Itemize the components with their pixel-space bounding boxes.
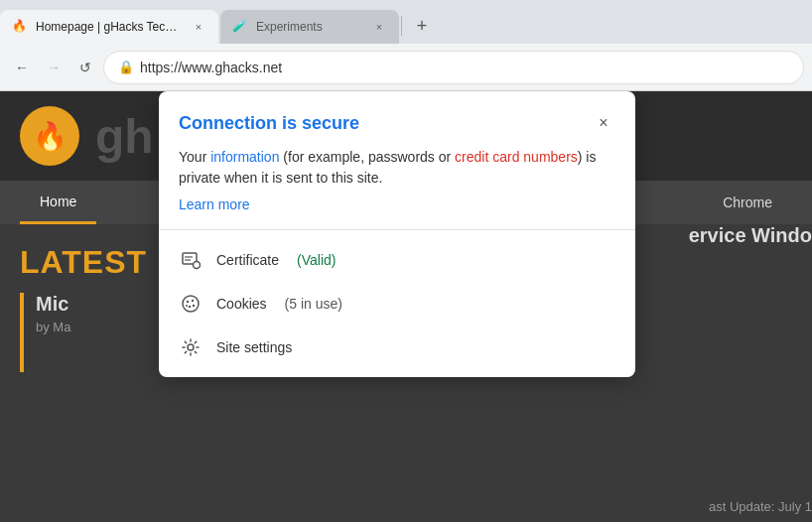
security-popup: Connection is secure × Your information …	[159, 91, 635, 377]
certificate-status: (Valid)	[297, 252, 336, 268]
site-nav-chrome-label: Chrome	[723, 195, 772, 210]
svg-point-9	[186, 305, 188, 307]
popup-description: Your information (for example, passwords…	[179, 147, 615, 189]
svg-point-6	[192, 300, 194, 302]
popup-close-button[interactable]: ×	[592, 111, 615, 135]
certificate-icon	[179, 248, 203, 272]
site-logo-emoji: 🔥	[33, 120, 68, 153]
lock-icon: 🔒	[118, 60, 134, 74]
tab-experiments-favicon: 🧪	[232, 19, 248, 35]
site-settings-item[interactable]: Site settings	[159, 326, 635, 369]
site-name-partial: gh	[95, 109, 154, 164]
popup-learn-more-link[interactable]: Learn more	[179, 196, 250, 212]
cookies-item[interactable]: Cookies (5 in use)	[159, 282, 635, 326]
tab-separator	[401, 16, 402, 36]
tab-experiments-title: Experiments	[256, 20, 363, 34]
url-text: https://www.ghacks.net	[140, 60, 282, 75]
right-meta-partial: ast Update: July 1	[709, 499, 812, 514]
reload-button[interactable]: ↺	[71, 54, 99, 81]
site-nav-chrome[interactable]: Chrome	[703, 181, 792, 224]
address-bar: ← → ↺ 🔒 https://www.ghacks.net	[0, 44, 812, 91]
tab-bar: 🔥 Homepage | gHacks Technology × 🧪 Exper…	[0, 0, 812, 44]
forward-button[interactable]: →	[40, 54, 68, 81]
popup-title: Connection is secure	[179, 113, 359, 134]
tab-homepage[interactable]: 🔥 Homepage | gHacks Technology ×	[0, 10, 218, 44]
cookies-status: (5 in use)	[285, 296, 342, 312]
right-overlay-title: ervice Windo	[689, 224, 812, 247]
article-bar	[20, 293, 24, 372]
article-meta: by Ma	[36, 320, 70, 334]
certificate-item[interactable]: Certificate (Valid)	[159, 238, 635, 282]
cookies-label: Cookies	[216, 296, 267, 312]
svg-point-5	[187, 301, 189, 303]
popup-body: Your information (for example, passwords…	[159, 147, 635, 229]
new-tab-button[interactable]: +	[408, 12, 436, 40]
cookies-icon	[179, 292, 203, 316]
popup-info-link[interactable]: information	[210, 149, 279, 165]
popup-credit-link[interactable]: credit card numbers	[455, 149, 578, 165]
article-content: Mic by Ma	[36, 293, 70, 334]
site-nav-home[interactable]: Home	[20, 181, 96, 224]
svg-point-8	[193, 305, 195, 307]
site-logo: 🔥	[20, 106, 79, 166]
popup-header: Connection is secure ×	[159, 91, 635, 147]
site-settings-label: Site settings	[216, 339, 292, 355]
tab-homepage-close[interactable]: ×	[191, 19, 206, 35]
svg-point-4	[183, 296, 199, 312]
right-overlay-meta: ast Update: July 1	[709, 499, 812, 514]
website-content: 🔥 gh Home Chrome LATEST Mic by Ma	[0, 91, 812, 522]
site-nav-home-label: Home	[40, 194, 76, 209]
popup-actions: Certificate (Valid)	[159, 230, 635, 377]
tab-homepage-title: Homepage | gHacks Technology	[36, 20, 183, 34]
tab-homepage-favicon: 🔥	[12, 19, 28, 35]
svg-point-10	[188, 344, 194, 350]
svg-point-1	[194, 262, 201, 269]
tab-experiments-close[interactable]: ×	[371, 19, 387, 35]
back-button[interactable]: ←	[8, 54, 36, 81]
svg-point-7	[189, 306, 191, 308]
certificate-label: Certificate	[216, 252, 279, 268]
tab-experiments[interactable]: 🧪 Experiments ×	[220, 10, 399, 44]
article-title: Mic	[36, 293, 70, 316]
right-title-partial: ervice Windo	[689, 224, 812, 246]
url-bar[interactable]: 🔒 https://www.ghacks.net	[103, 51, 804, 84]
settings-icon	[179, 335, 203, 359]
browser-window: 🔥 Homepage | gHacks Technology × 🧪 Exper…	[0, 0, 812, 522]
